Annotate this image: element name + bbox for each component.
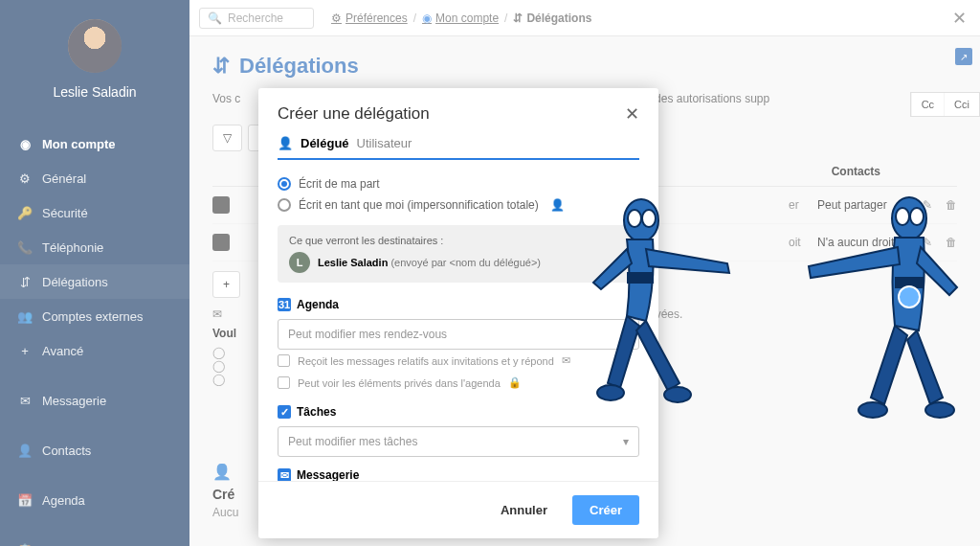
svg-point-11 [858, 402, 887, 418]
svg-point-12 [925, 402, 954, 418]
user-icon: 👤 [278, 136, 293, 150]
preview-avatar: L [289, 252, 310, 273]
create-button[interactable]: Créer [572, 495, 639, 525]
tasks-icon: ✓ [278, 405, 291, 419]
checkbox-icon [278, 354, 290, 367]
modal-title: Créer une délégation [278, 104, 430, 124]
delegate-tab[interactable]: 👤 Délégué Utilisateur [278, 136, 639, 160]
svg-point-8 [910, 208, 924, 225]
svg-point-4 [597, 385, 624, 400]
mail-icon: ✉ [562, 354, 570, 367]
svg-point-7 [896, 208, 909, 225]
calendar-icon: 31 [278, 298, 291, 311]
section-messaging: ✉ Messagerie [278, 468, 639, 481]
checkbox-icon [278, 376, 290, 389]
svg-rect-3 [628, 273, 653, 283]
svg-point-1 [628, 210, 641, 227]
spiderman-left [574, 192, 746, 460]
lock-icon: 🔒 [508, 376, 522, 389]
spiderman-right [794, 192, 976, 469]
user-icon: 👤 [550, 198, 565, 212]
radio-icon [278, 177, 291, 191]
radio-icon [278, 198, 291, 212]
cancel-button[interactable]: Annuler [489, 495, 559, 525]
close-icon[interactable]: ✕ [625, 103, 639, 125]
mail-icon: ✉ [278, 468, 291, 481]
svg-point-5 [664, 387, 691, 402]
svg-point-2 [642, 210, 656, 227]
svg-point-10 [899, 286, 920, 307]
